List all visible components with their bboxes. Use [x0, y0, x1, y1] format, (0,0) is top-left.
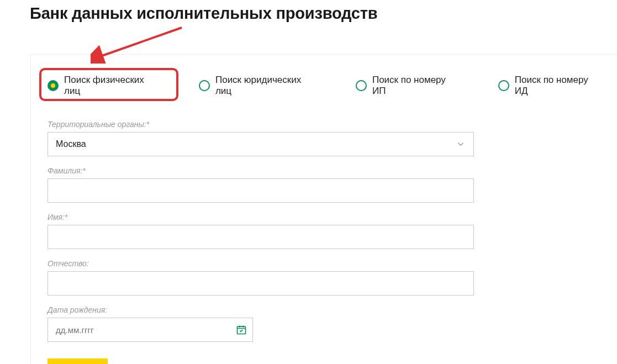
tab-label: Поиск физических лиц [64, 75, 159, 97]
radio-checked-icon [48, 80, 59, 91]
dob-input[interactable] [48, 318, 252, 341]
radio-icon [356, 80, 367, 91]
patronymic-label: Отчество: [48, 259, 600, 268]
name-label: Имя:* [48, 213, 600, 221]
tab-individuals[interactable]: Поиск физических лиц [48, 75, 159, 97]
radio-icon [498, 80, 509, 91]
territory-group: Территориальные органы:* Москва [48, 120, 600, 156]
chevron-down-icon [456, 139, 466, 149]
surname-field[interactable] [48, 178, 474, 203]
patronymic-group: Отчество: [48, 259, 600, 296]
page-title: Банк данных исполнительных производств [30, 4, 617, 23]
dob-label: Дата рождения: [48, 305, 600, 314]
name-input[interactable] [48, 225, 473, 249]
tab-id-number[interactable]: Поиск по номеру ИД [498, 75, 600, 97]
surname-group: Фамилия:* [48, 166, 600, 203]
dob-group: Дата рождения: [48, 305, 600, 342]
territory-select[interactable]: Москва [48, 132, 474, 156]
tab-label: Поиск по номеру ИД [515, 75, 600, 97]
name-field[interactable] [48, 225, 474, 249]
tab-label: Поиск по номеру ИП [372, 75, 458, 97]
surname-input[interactable] [48, 179, 473, 202]
dob-field[interactable] [48, 318, 253, 342]
territory-value: Москва [48, 139, 94, 149]
radio-icon [199, 80, 210, 91]
territory-label: Территориальные органы:* [48, 120, 600, 129]
tab-legal-entities[interactable]: Поиск юридических лиц [199, 75, 316, 97]
search-type-tabs: Поиск физических лиц Поиск юридических л… [48, 75, 600, 97]
surname-label: Фамилия:* [48, 166, 600, 175]
patronymic-field[interactable] [48, 271, 474, 296]
patronymic-input[interactable] [48, 272, 473, 295]
tab-label: Поиск юридических лиц [215, 75, 316, 97]
name-group: Имя:* [48, 213, 600, 249]
submit-button[interactable]: НАЙТИ [48, 358, 108, 364]
search-card: Поиск физических лиц Поиск юридических л… [30, 54, 617, 364]
svg-rect-0 [238, 326, 246, 334]
svg-line-1 [99, 28, 182, 57]
calendar-icon [236, 324, 247, 335]
tab-ip-number[interactable]: Поиск по номеру ИП [356, 75, 458, 97]
search-form: Территориальные органы:* Москва Фамилия:… [48, 120, 600, 364]
